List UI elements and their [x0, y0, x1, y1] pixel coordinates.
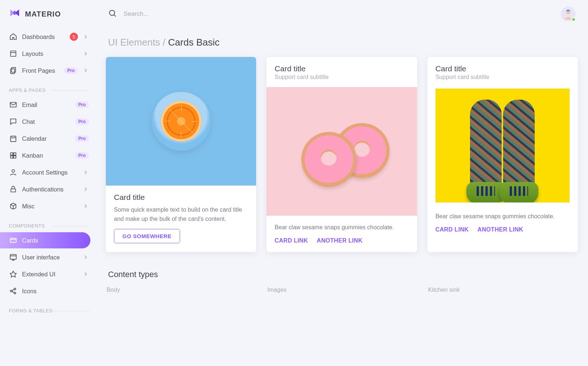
- content-types-row: Body Images Kitchen sink: [106, 287, 578, 293]
- sidebar-item-chat[interactable]: Chat Pro: [0, 114, 96, 130]
- sidebar-item-label: Cards: [22, 237, 84, 244]
- badge-pro: Pro: [75, 101, 89, 108]
- card-text: Some quick example text to build on the …: [114, 205, 248, 224]
- card-link-1[interactable]: CARD LINK: [275, 237, 308, 244]
- sidebar-item-label: Calendar: [22, 135, 71, 142]
- svg-rect-10: [14, 153, 16, 155]
- sidebar-item-calendar[interactable]: Calendar Pro: [0, 130, 96, 147]
- svg-rect-2: [11, 68, 15, 72]
- section-header-forms: FORMS & TABLES: [0, 300, 96, 316]
- share-icon: [9, 287, 18, 295]
- chevron-right-icon: [82, 169, 89, 176]
- content-type-label: Body: [106, 287, 256, 293]
- svg-rect-3: [11, 69, 15, 73]
- badge-pro: Pro: [75, 152, 89, 159]
- sidebar-item-account-settings[interactable]: Account Settings: [0, 164, 96, 180]
- section-header-apps: APPS & PAGES: [0, 79, 96, 96]
- sidebar-item-label: Kanban: [22, 152, 71, 159]
- copy-icon: [9, 66, 18, 75]
- avatar[interactable]: [561, 7, 576, 21]
- user-icon: [9, 168, 18, 177]
- section-header-components: COMPONENTS: [0, 215, 96, 232]
- sidebar-item-misc[interactable]: Misc: [0, 198, 96, 214]
- sidebar-item-extended-ui[interactable]: Extended UI: [0, 266, 96, 282]
- shoes-icon: [445, 89, 559, 202]
- search-input[interactable]: [123, 10, 234, 18]
- browser-icon: [9, 253, 18, 262]
- card-link-1[interactable]: CARD LINK: [435, 226, 469, 233]
- search[interactable]: [108, 9, 554, 19]
- card-link-2[interactable]: ANOTHER LINK: [317, 237, 362, 244]
- status-dot-icon: [572, 18, 576, 21]
- card-basic-2: Card title Support card subtitle Bear cl…: [266, 57, 417, 252]
- grid-icon: [9, 151, 18, 160]
- chevron-right-icon: [82, 186, 89, 193]
- sidebar-item-label: Layouts: [22, 50, 78, 57]
- orange-juice-icon: [152, 92, 211, 151]
- star-icon: [9, 270, 18, 279]
- search-icon: [108, 9, 117, 19]
- sidebar-item-authentications[interactable]: Authentications: [0, 181, 96, 197]
- card-image: [435, 89, 570, 202]
- sidebar-item-icons[interactable]: Icons: [0, 283, 96, 299]
- svg-rect-18: [10, 255, 17, 259]
- cube-icon: [9, 202, 18, 211]
- card-icon: [9, 236, 18, 245]
- svg-point-13: [12, 170, 14, 172]
- section-title-content-types: Content types: [106, 270, 578, 287]
- svg-line-27: [12, 291, 14, 293]
- home-icon: [9, 32, 18, 41]
- donuts-icon: [294, 120, 390, 183]
- chevron-right-icon: [82, 271, 89, 277]
- sidebar-item-label: Extended UI: [22, 271, 78, 278]
- svg-rect-11: [11, 156, 13, 158]
- breadcrumb-current: Cards Basic: [168, 37, 219, 48]
- sidebar-item-label: Chat: [22, 118, 71, 125]
- chevron-right-icon: [82, 254, 89, 261]
- card-link-2[interactable]: ANOTHER LINK: [477, 226, 523, 233]
- breadcrumb: UI Elements / Cards Basic: [106, 25, 578, 57]
- lock-icon: [9, 185, 18, 194]
- mail-icon: [9, 100, 18, 109]
- svg-rect-0: [11, 51, 16, 57]
- card-basic-3: Card title Support card subtitle Bear cl…: [427, 57, 578, 252]
- card-title: Card title: [435, 64, 570, 73]
- content-type-label: Images: [266, 287, 417, 293]
- go-somewhere-button[interactable]: GO SOMEWHERE: [114, 229, 180, 243]
- card-text: Bear claw sesame snaps gummies chocolate…: [275, 223, 409, 232]
- card-basic-1: Card title Some quick example text to bu…: [106, 57, 256, 252]
- sidebar-item-label: Misc: [22, 203, 78, 210]
- card-subtitle: Support card subtitle: [275, 74, 409, 80]
- calendar-icon: [9, 134, 18, 143]
- chevron-right-icon: [82, 33, 89, 40]
- breadcrumb-parent[interactable]: UI Elements /: [108, 37, 165, 48]
- svg-rect-14: [11, 189, 16, 192]
- brand[interactable]: MATERIO: [0, 0, 96, 28]
- sidebar-item-label: Front Pages: [22, 67, 60, 74]
- chevron-right-icon: [82, 50, 89, 57]
- sidebar-item-cards[interactable]: Cards: [0, 232, 90, 248]
- sidebar-item-layouts[interactable]: Layouts: [0, 46, 96, 62]
- sidebar-item-email[interactable]: Email Pro: [0, 97, 96, 113]
- chevron-right-icon: [82, 203, 89, 209]
- card-row: Card title Some quick example text to bu…: [106, 57, 578, 252]
- badge-pro: Pro: [64, 67, 78, 74]
- logo-icon: [9, 7, 21, 21]
- sidebar-item-front-pages[interactable]: Front Pages Pro: [0, 62, 96, 79]
- sidebar-item-dashboards[interactable]: Dashboards 5: [0, 29, 96, 45]
- badge-pro: Pro: [75, 118, 89, 125]
- main-content: UI Elements / Cards Basic Card title Som…: [96, 0, 588, 366]
- card-subtitle: Support card subtitle: [435, 74, 570, 80]
- sidebar-item-kanban[interactable]: Kanban Pro: [0, 147, 96, 164]
- card-image: [106, 57, 256, 186]
- badge-count: 5: [70, 33, 78, 41]
- brand-name: MATERIO: [25, 10, 61, 18]
- card-text: Bear claw sesame snaps gummies chocolate…: [435, 212, 570, 221]
- topbar: [106, 0, 578, 25]
- sidebar-item-label: Account Settings: [22, 169, 78, 176]
- square-icon: [9, 49, 18, 58]
- sidebar-item-user-interface[interactable]: User interface: [0, 249, 96, 265]
- sidebar-item-label: Dashboards: [22, 33, 65, 40]
- card-title: Card title: [275, 64, 409, 73]
- sidebar-item-label: Icons: [22, 288, 89, 295]
